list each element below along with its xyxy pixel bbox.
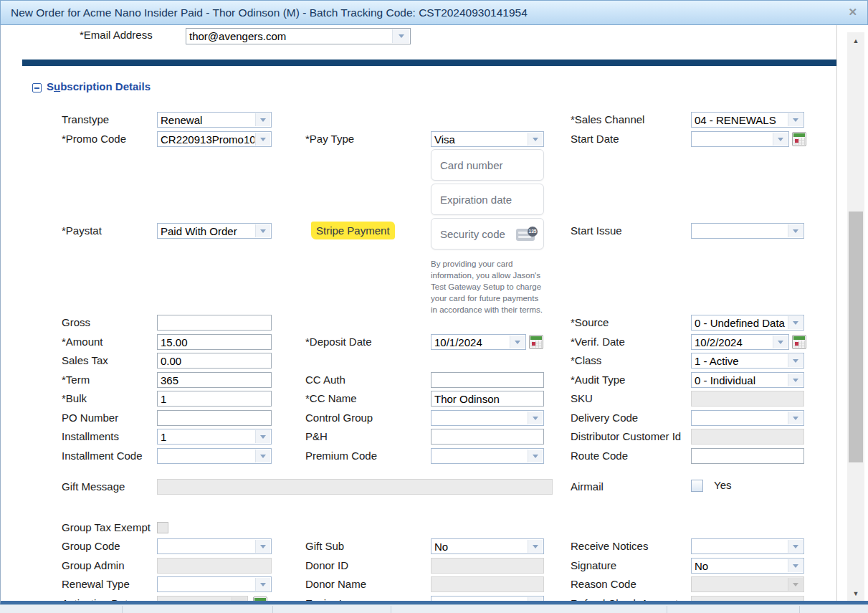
collapse-section-icon[interactable] [32,83,42,92]
scroll-up-icon[interactable]: ▲ [847,32,864,49]
promo-code-dropdown[interactable]: CR220913Promo10 [157,131,272,147]
signature-dropdown[interactable]: No [691,558,804,574]
security-code-field[interactable]: 135 [431,218,544,250]
cc-name-label: *CC Name [305,391,357,407]
reason-code-value [695,578,787,591]
term-input[interactable] [157,372,272,388]
close-icon[interactable]: ✕ [848,6,857,19]
email-dropdown[interactable]: thor@avengers.com [186,28,411,44]
amount-input[interactable] [157,334,272,350]
audit-type-dropdown-button[interactable] [788,374,803,386]
verif-date-calendar-icon[interactable] [792,335,806,349]
sales-tax-input[interactable] [157,353,272,369]
amount-label: *Amount [62,334,103,350]
section-title[interactable]: Subscription Details [47,80,151,92]
start-date-value [695,133,772,146]
card-number-field[interactable] [431,149,544,181]
installments-label: Installments [62,429,119,445]
renewal-type-dropdown-button[interactable] [255,578,270,591]
expiration-date-field[interactable] [431,184,544,215]
gift-sub-dropdown-button[interactable] [528,540,543,553]
installment-code-dropdown[interactable] [157,448,272,464]
cc-name-input[interactable] [431,391,544,407]
start-issue-dropdown-button[interactable] [788,224,803,237]
premium-code-label: Premium Code [305,448,377,464]
control-group-dropdown[interactable] [431,410,544,426]
deposit-date-dropdown-button[interactable] [510,336,525,348]
receive-notices-dropdown[interactable] [691,538,804,554]
delivery-code-dropdown-button[interactable] [788,412,803,424]
po-number-input[interactable] [157,410,272,426]
pay-type-label: *Pay Type [305,131,354,147]
source-dropdown-button[interactable] [788,316,803,329]
deposit-date-dropdown[interactable]: 10/1/2024 [431,334,526,350]
cvc-badge: 135 [528,227,538,237]
sales-channel-dropdown-button[interactable] [788,113,803,126]
transtype-dropdown-button[interactable] [255,113,270,126]
start-issue-dropdown[interactable] [691,223,804,239]
ph-input[interactable] [431,429,544,445]
airmail-checkbox[interactable] [691,480,703,492]
installments-dropdown[interactable]: 1 [157,429,272,445]
start-date-calendar-icon[interactable] [792,132,806,146]
card-number-input[interactable] [431,150,543,180]
calendar-grid [793,138,805,145]
expiration-date-input[interactable] [431,184,543,214]
transtype-dropdown[interactable]: Renewal [157,112,272,128]
audit-type-dropdown[interactable]: 0 - Individual [691,372,804,388]
control-group-value [434,412,527,424]
group-admin-label: Group Admin [62,558,125,574]
pay-type-value: Visa [434,133,527,146]
source-dropdown[interactable]: 0 - Undefined Data [691,315,804,331]
installment-code-dropdown-button[interactable] [255,450,270,462]
paystat-dropdown[interactable]: Paid With Order [157,223,272,239]
email-label: *Email Address [80,27,153,43]
group-code-dropdown-button[interactable] [255,540,270,553]
renewal-type-dropdown[interactable] [157,576,272,592]
promo-code-dropdown-button[interactable] [255,133,270,146]
sales-channel-label: *Sales Channel [571,112,644,128]
start-date-dropdown[interactable] [691,131,789,147]
group-code-label: Group Code [62,538,120,554]
email-value: thor@avengers.com [189,29,394,43]
sku-input [691,391,804,407]
group-admin-input [157,558,272,574]
signature-dropdown-button[interactable] [788,559,803,572]
vertical-scrollbar[interactable]: ▲ ▼ [847,32,864,602]
scrollbar-thumb[interactable] [849,212,863,462]
premium-code-dropdown[interactable] [431,448,544,464]
route-code-label: Route Code [571,448,628,464]
group-code-dropdown[interactable] [157,538,272,554]
receive-notices-dropdown-button[interactable] [788,540,803,553]
email-dropdown-button[interactable] [392,29,409,43]
delivery-code-dropdown[interactable] [691,410,804,426]
premium-code-dropdown-button[interactable] [528,450,543,462]
section-title-accesskey: u [54,80,60,92]
verif-date-dropdown[interactable]: 10/2/2024 [691,334,789,350]
control-group-dropdown-button[interactable] [528,412,543,424]
sales-channel-dropdown[interactable]: 04 - RENEWALS [691,112,804,128]
deposit-date-calendar-icon[interactable] [529,335,543,349]
class-dropdown[interactable]: 1 - Active [691,353,804,369]
paystat-dropdown-button[interactable] [255,224,270,237]
background-grid-line [799,606,800,613]
pay-type-dropdown-button[interactable] [528,133,543,146]
pay-type-dropdown[interactable]: Visa [431,131,544,147]
transtype-label: Transtype [62,112,109,128]
gross-input[interactable] [157,315,272,331]
class-value: 1 - Active [695,354,787,367]
verif-date-dropdown-button[interactable] [773,336,788,348]
cc-auth-input[interactable] [431,372,544,388]
gift-sub-dropdown[interactable]: No [431,538,544,554]
route-code-input[interactable] [691,448,804,464]
signature-value: No [695,559,787,572]
bulk-input[interactable] [157,391,272,407]
class-dropdown-button[interactable] [788,354,803,367]
disclaimer-line: in accordance with their terms. [431,304,551,315]
installments-dropdown-button[interactable] [255,430,270,443]
start-date-dropdown-button[interactable] [773,133,788,146]
scroll-down-icon[interactable]: ▼ [847,585,864,602]
calendar-grid [530,341,542,348]
gross-label: Gross [62,315,90,331]
verif-date-value: 10/2/2024 [695,336,772,348]
